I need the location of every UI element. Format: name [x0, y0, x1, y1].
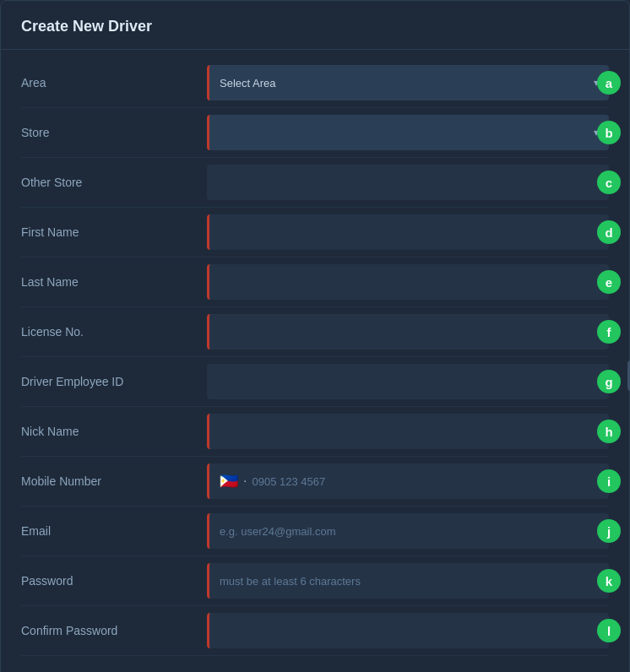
license-input[interactable] [207, 314, 609, 350]
email-badge: j [597, 519, 621, 543]
area-select[interactable]: Select Area [207, 65, 609, 100]
email-input[interactable] [207, 513, 609, 549]
first-name-badge: d [597, 220, 621, 244]
confirm-password-input[interactable] [207, 613, 609, 648]
nick-name-row: Nick Name h [21, 407, 609, 457]
other-store-badge: c [597, 171, 621, 194]
phone-wrap: 🇵🇭 · [207, 463, 609, 499]
store-badge: b [597, 121, 621, 144]
last-name-row: Last Name e [21, 257, 609, 307]
mobile-input[interactable] [252, 475, 599, 488]
create-driver-panel: Create New Driver Area Select Area ▾ a S… [0, 0, 630, 672]
password-row: Password k [21, 556, 609, 606]
phone-separator: · [243, 474, 247, 489]
last-name-badge: e [597, 270, 621, 294]
other-store-control: c [207, 165, 609, 200]
other-store-input[interactable] [207, 165, 609, 200]
first-name-row: First Name d [21, 208, 609, 257]
nick-name-input[interactable] [207, 414, 609, 449]
area-control: Select Area ▾ a [207, 65, 609, 100]
nick-name-label: Nick Name [21, 425, 207, 438]
driver-employee-control: g [207, 364, 609, 399]
mobile-control: 🇵🇭 · i [207, 463, 609, 499]
other-store-label: Other Store [21, 176, 207, 189]
nick-name-control: h [207, 414, 609, 449]
other-store-row: Other Store c [21, 158, 609, 208]
mobile-badge: i [597, 469, 621, 493]
area-badge: a [597, 71, 621, 95]
mobile-label: Mobile Number [21, 474, 207, 488]
license-badge: f [597, 320, 621, 344]
mobile-row: Mobile Number 🇵🇭 · i [21, 457, 609, 507]
confirm-password-control: l [207, 613, 609, 648]
license-row: License No. f [21, 307, 609, 357]
store-select[interactable] [207, 115, 609, 150]
last-name-control: e [207, 264, 609, 300]
philippines-flag-icon: 🇵🇭 [220, 472, 238, 490]
store-control: ▾ b [207, 115, 609, 150]
driver-employee-label: Driver Employee ID [21, 375, 207, 388]
license-control: f [207, 314, 609, 350]
driver-employee-input[interactable] [207, 364, 609, 399]
driver-employee-badge: g [597, 370, 621, 393]
form-body: Area Select Area ▾ a Store ▾ [1, 50, 629, 664]
panel-title: Create New Driver [1, 1, 629, 50]
area-select-wrap: Select Area ▾ [207, 65, 609, 100]
license-label: License No. [21, 325, 207, 339]
email-control: j [207, 513, 609, 549]
store-row: Store ▾ b [21, 108, 609, 158]
area-label: Area [21, 76, 207, 89]
confirm-password-row: Confirm Password l [21, 606, 609, 656]
confirm-password-label: Confirm Password [21, 624, 207, 637]
store-label: Store [21, 126, 207, 139]
email-row: Email j [21, 507, 609, 556]
first-name-label: First Name [21, 225, 207, 239]
last-name-input[interactable] [207, 264, 609, 300]
password-badge: k [597, 569, 621, 593]
driver-employee-row: Driver Employee ID g [21, 357, 609, 407]
store-select-wrap: ▾ [207, 115, 609, 150]
last-name-label: Last Name [21, 275, 207, 289]
nick-name-badge: h [597, 420, 621, 443]
password-label: Password [21, 574, 207, 588]
email-label: Email [21, 524, 207, 538]
first-name-control: d [207, 214, 609, 250]
password-control: k [207, 563, 609, 599]
first-name-input[interactable] [207, 214, 609, 250]
password-input[interactable] [207, 563, 609, 599]
area-row: Area Select Area ▾ a [21, 58, 609, 108]
confirm-password-badge: l [597, 619, 621, 642]
